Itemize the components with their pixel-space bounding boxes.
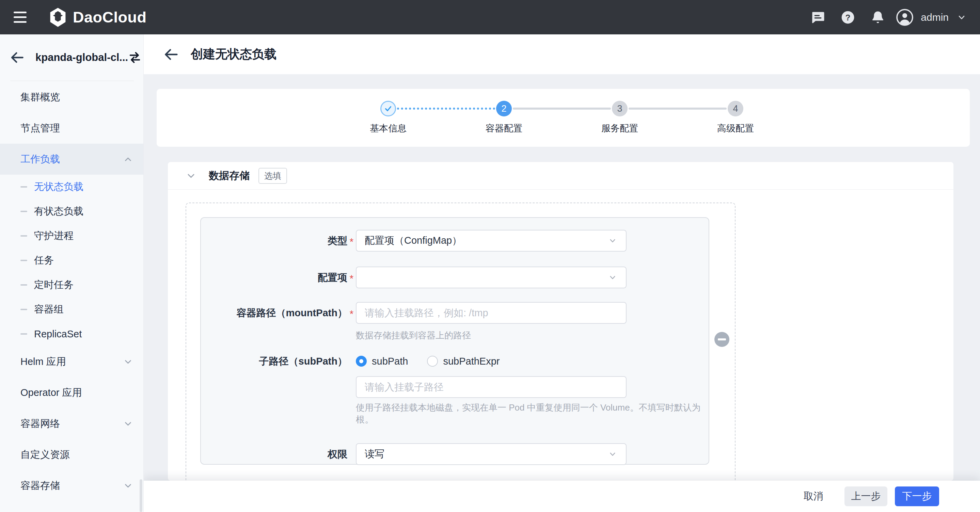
sidebar-item-operator-apps[interactable]: Operator 应用 [0, 377, 143, 408]
cluster-name[interactable]: kpanda-global-cl... [35, 51, 128, 64]
permission-select[interactable]: 读写 [356, 443, 627, 465]
sidebar-item-label: 容器网络 [21, 417, 60, 431]
mount-path-input[interactable] [356, 302, 627, 324]
sidebar-item-jobs[interactable]: 任务 [0, 248, 143, 273]
sidebar-item-helm-apps[interactable]: Helm 应用 [0, 346, 143, 377]
dash-icon [21, 333, 27, 335]
notifications-bell-icon[interactable] [869, 8, 887, 26]
topbar-actions: ? admin [797, 8, 966, 26]
radio-label: subPath [372, 356, 408, 367]
sidebar-item-label: 有状态负载 [34, 205, 83, 218]
stepper: 基本信息 2 容器配置 3 服务配置 4 高级配置 [157, 89, 970, 147]
step-container-config[interactable]: 2 容器配置 [466, 89, 541, 135]
dash-icon [21, 309, 27, 310]
help-icon[interactable]: ? [839, 8, 857, 26]
minus-icon [718, 339, 726, 340]
chevron-down-icon [608, 449, 618, 459]
sidebar-item-label: 自定义资源 [21, 448, 70, 462]
previous-step-button[interactable]: 上一步 [845, 487, 888, 506]
remove-volume-button[interactable] [714, 332, 729, 347]
radio-label: subPathExpr [443, 356, 500, 367]
sidebar-item-stateful-workloads[interactable]: 有状态负载 [0, 199, 143, 224]
sidebar-item-node-management[interactable]: 节点管理 [0, 113, 143, 144]
form-row-configmap: 配置项 * [201, 267, 709, 290]
sidebar-item-container-storage[interactable]: 容器存储 [0, 470, 143, 501]
sub-path-input[interactable] [356, 376, 627, 398]
brand-logo[interactable]: DaoCloud [49, 8, 146, 27]
topbar: DaoCloud ? admin [0, 0, 980, 34]
optional-badge: 选填 [258, 168, 287, 184]
user-menu[interactable]: admin [896, 9, 966, 26]
chevron-down-icon [608, 272, 618, 283]
step-basic-info[interactable]: 基本信息 [351, 89, 426, 135]
required-asterisk: * [347, 302, 356, 326]
next-step-button[interactable]: 下一步 [895, 487, 939, 506]
sidebar-scrollbar[interactable] [140, 479, 142, 512]
sidebar-item-label: 任务 [34, 254, 54, 267]
permission-label: 权限 [201, 443, 347, 465]
sidebar-item-custom-resources[interactable]: 自定义资源 [0, 439, 143, 470]
username: admin [921, 11, 949, 23]
mount-path-helper: 数据存储挂载到容器上的路径 [356, 329, 709, 342]
sidebar-item-cluster-overview[interactable]: 集群概览 [0, 82, 143, 113]
main-content: 基本信息 2 容器配置 3 服务配置 4 高级配置 数据存储 选填 [144, 74, 980, 481]
chevron-down-icon [123, 481, 133, 491]
cluster-back-arrow-icon[interactable] [10, 51, 24, 64]
sidebar-item-label: 定时任务 [34, 278, 73, 292]
step-advanced-config[interactable]: 4 高级配置 [698, 89, 773, 135]
daocloud-cube-icon [49, 8, 67, 27]
form-row-type: 类型 * 配置项（ConfigMap） [201, 230, 709, 254]
switch-cluster-icon[interactable] [128, 51, 142, 64]
required-asterisk: * [347, 230, 356, 254]
hamburger-menu-icon[interactable] [14, 8, 27, 26]
sub-path-radio[interactable]: subPath [356, 356, 408, 367]
sidebar-item-container-network[interactable]: 容器网络 [0, 408, 143, 439]
sidebar-item-cronjobs[interactable]: 定时任务 [0, 273, 143, 297]
sidebar-item-label: 容器存储 [21, 479, 60, 493]
type-select[interactable]: 配置项（ConfigMap） [356, 230, 627, 251]
configmap-label: 配置项 [201, 267, 347, 288]
dash-icon [21, 284, 27, 286]
dash-icon [21, 211, 27, 212]
sidebar-item-label: 工作负载 [21, 153, 60, 166]
collapse-chevron-icon[interactable] [186, 170, 196, 181]
data-storage-header[interactable]: 数据存储 选填 [168, 162, 953, 189]
check-icon [384, 105, 392, 113]
chevron-down-icon [957, 13, 966, 22]
section-title: 数据存储 [209, 169, 250, 183]
form-row-permission: 权限 * 读写 [201, 443, 709, 467]
svg-text:?: ? [845, 13, 851, 22]
radio-unselected-icon [427, 356, 438, 367]
sidebar-item-daemonset[interactable]: 守护进程 [0, 224, 143, 248]
radio-selected-icon [356, 356, 367, 367]
cancel-button[interactable]: 取消 [803, 490, 823, 503]
page-back-arrow-icon[interactable] [164, 47, 178, 62]
step-label: 服务配置 [582, 122, 657, 135]
brand-name: DaoCloud [73, 8, 146, 26]
messages-icon[interactable] [809, 8, 827, 26]
sidebar-item-stateless-workloads[interactable]: 无状态负载 [0, 175, 143, 199]
step-number-circle: 4 [728, 101, 743, 116]
sidebar-item-workloads[interactable]: 工作负载 [0, 144, 143, 175]
sidebar: kpanda-global-cl... 集群概览 节点管理 工作负载 无状态负载… [0, 34, 144, 512]
sidebar-divider [10, 81, 134, 81]
page-header: 创建无状态负载 [144, 34, 980, 74]
step-number-circle: 2 [496, 101, 512, 116]
configmap-select[interactable] [356, 267, 627, 288]
sidebar-item-pods[interactable]: 容器组 [0, 297, 143, 322]
sub-path-label: 子路径（subPath） [201, 354, 347, 369]
step-label: 基本信息 [351, 122, 426, 135]
sidebar-item-label: 守护进程 [34, 229, 73, 243]
avatar-icon [896, 9, 913, 26]
dash-icon [21, 186, 27, 188]
form-row-sub-path: 子路径（subPath） * subPath subPathExpr [201, 354, 709, 369]
step-check-circle [380, 101, 396, 116]
sidebar-item-label: 集群概览 [21, 91, 60, 104]
sidebar-item-replicaset[interactable]: ReplicaSet [0, 322, 143, 346]
step-service-config[interactable]: 3 服务配置 [582, 89, 657, 135]
step-label: 高级配置 [698, 122, 773, 135]
sidebar-item-label: ReplicaSet [34, 329, 82, 340]
sidebar-item-label: Helm 应用 [21, 355, 66, 369]
sub-path-expr-radio[interactable]: subPathExpr [427, 356, 500, 367]
sidebar-header: kpanda-global-cl... [0, 34, 143, 81]
